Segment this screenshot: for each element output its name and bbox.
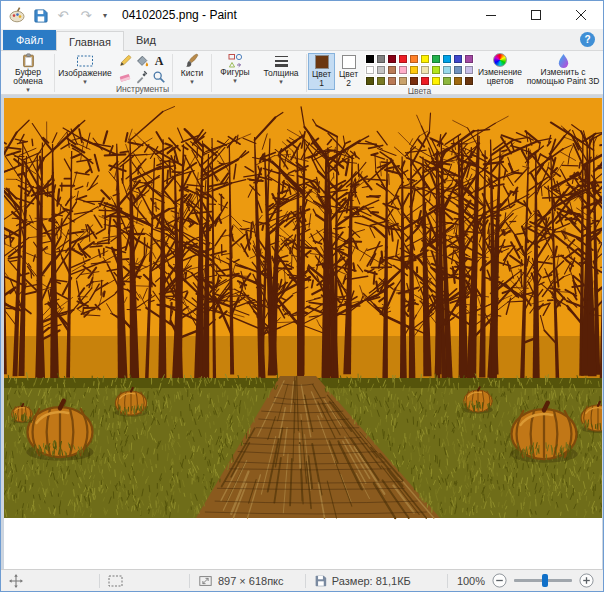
colors-group-label: Цвета (408, 86, 432, 95)
palette-color-2-7[interactable] (442, 76, 452, 86)
palette-color-0-8[interactable] (453, 54, 463, 64)
palette-color-1-9[interactable] (464, 65, 474, 75)
palette-color-2-1[interactable] (376, 76, 386, 86)
titlebar: ↶ ↷ ▾ 04102025.png - Paint (1, 1, 603, 29)
palette-color-2-4[interactable] (409, 76, 419, 86)
text-tool-icon: A (155, 55, 164, 67)
caption-buttons (468, 1, 603, 29)
palette-color-1-7[interactable] (442, 65, 452, 75)
canvas-workspace (1, 95, 603, 569)
palette-color-1-4[interactable] (409, 65, 419, 75)
palette-color-2-2[interactable] (387, 76, 397, 86)
eraser-icon (118, 70, 132, 84)
palette-color-1-1[interactable] (376, 65, 386, 75)
tab-home[interactable]: Главная (56, 31, 124, 51)
shapes-label: Фигуры (220, 68, 249, 77)
palette-color-0-3[interactable] (398, 54, 408, 64)
palette-color-2-6[interactable] (431, 76, 441, 86)
qat-dropdown-icon[interactable]: ▾ (100, 6, 110, 24)
color1-button[interactable]: Цвет 1 (308, 53, 335, 90)
tools-group-label: Инструменты (116, 84, 169, 94)
clipboard-group-button[interactable]: Буфер обмена ▾ (3, 52, 53, 94)
thickness-label: Толщина (263, 69, 298, 78)
palette-color-0-4[interactable] (409, 54, 419, 64)
paint3d-button[interactable]: Изменить с помощью Paint 3D (526, 53, 600, 86)
color-picker-tool[interactable] (135, 69, 150, 84)
image-dropdown-icon: ▾ (83, 78, 87, 85)
group-divider (211, 54, 212, 92)
ribbon: Буфер обмена ▾ Изображение ▾ (1, 51, 603, 95)
disk-icon (314, 574, 327, 587)
palette-color-2-5[interactable] (420, 76, 430, 86)
redo-icon[interactable]: ↷ (77, 6, 95, 24)
palette-color-2-9[interactable] (464, 76, 474, 86)
palette-color-1-5[interactable] (420, 65, 430, 75)
palette-color-1-8[interactable] (453, 65, 463, 75)
thickness-dropdown-icon: ▾ (279, 78, 283, 85)
magnifier-tool[interactable] (152, 69, 167, 84)
color-wheel-icon (493, 53, 507, 67)
palette-color-0-0[interactable] (365, 54, 375, 64)
close-button[interactable] (558, 1, 603, 29)
edit-colors-label2: цветов (487, 77, 514, 86)
magnifier-icon (152, 70, 166, 84)
status-bar: 897 × 618пкс Размер: 81,1КБ 100% (1, 569, 603, 591)
palette: Цвета (362, 53, 477, 93)
palette-color-0-2[interactable] (387, 54, 397, 64)
paint-canvas[interactable] (4, 98, 602, 569)
save-icon[interactable] (31, 6, 49, 24)
palette-color-2-0[interactable] (365, 76, 375, 86)
zoom-out-button[interactable] (492, 573, 507, 588)
brushes-button[interactable]: Кисти ▾ (174, 52, 210, 94)
selection-size-icon (108, 575, 123, 587)
select-icon (76, 53, 94, 69)
edit-colors-button[interactable]: Изменение цветов (477, 53, 523, 86)
minimize-button[interactable] (468, 1, 513, 29)
fill-tool[interactable] (135, 53, 150, 68)
palette-color-2-8[interactable] (453, 76, 463, 86)
shapes-button[interactable]: Фигуры ▾ (213, 52, 257, 94)
palette-color-1-6[interactable] (431, 65, 441, 75)
palette-color-0-7[interactable] (442, 54, 452, 64)
palette-color-0-5[interactable] (420, 54, 430, 64)
palette-color-1-3[interactable] (398, 65, 408, 75)
eraser-tool[interactable] (118, 69, 133, 84)
zoom-in-button[interactable] (579, 573, 594, 588)
eyedropper-icon (135, 70, 149, 84)
palette-color-0-1[interactable] (376, 54, 386, 64)
palette-color-2-3[interactable] (398, 76, 408, 86)
cursor-position-icon (9, 574, 23, 588)
palette-color-0-9[interactable] (464, 54, 474, 64)
palette-color-0-6[interactable] (431, 54, 441, 64)
close-icon (576, 10, 586, 20)
brushes-label: Кисти (181, 69, 204, 78)
fill-bucket-icon (135, 54, 149, 68)
text-tool[interactable]: A (152, 53, 167, 68)
color2-button[interactable]: Цвет 2 (335, 53, 362, 90)
zoom-slider[interactable] (514, 579, 572, 582)
colors-group: Цвет 1 Цвет 2 Цвета Изменение цветов (308, 52, 600, 94)
tools-grid: A (118, 53, 168, 84)
image-group-button[interactable]: Изображение ▾ (56, 52, 114, 94)
help-icon[interactable]: ? (580, 32, 595, 47)
tab-file[interactable]: Файл (3, 30, 56, 50)
shapes-dropdown-icon: ▾ (233, 77, 237, 84)
maximize-button[interactable] (513, 1, 558, 29)
thickness-button[interactable]: Толщина ▾ (257, 52, 305, 94)
color2-label2: 2 (346, 79, 351, 88)
palette-color-1-2[interactable] (387, 65, 397, 75)
thickness-icon (274, 53, 289, 69)
pencil-tool[interactable] (118, 53, 133, 68)
image-size-icon (198, 574, 213, 588)
clipboard-label2: обмена (13, 77, 42, 86)
tools-group: A (114, 52, 171, 94)
clipboard-dropdown-icon: ▾ (26, 86, 30, 93)
zoom-slider-thumb[interactable] (542, 574, 548, 587)
tab-view[interactable]: Вид (124, 30, 168, 50)
undo-icon[interactable]: ↶ (54, 6, 72, 24)
palette-color-1-0[interactable] (365, 65, 375, 75)
brush-icon (184, 53, 200, 69)
paint3d-icon (556, 53, 571, 68)
color2-swatch (342, 55, 356, 69)
paint-app-icon[interactable] (8, 6, 26, 24)
